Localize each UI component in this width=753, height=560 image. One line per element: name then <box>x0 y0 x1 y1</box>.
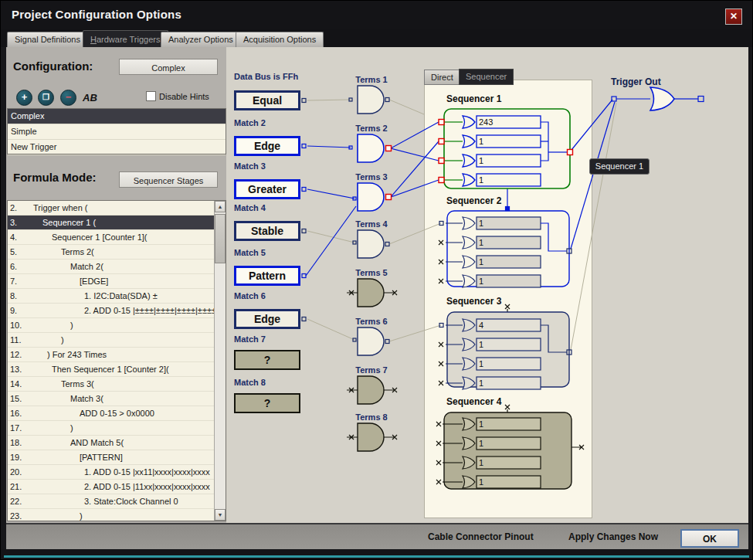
tab-hardware-triggers[interactable]: Hardware Triggers <box>83 30 168 48</box>
disable-hints-checkbox[interactable] <box>146 91 156 101</box>
formula-row[interactable]: 12.) For 243 Times <box>8 348 226 362</box>
formula-scrollbar[interactable]: ▲ ▼ <box>214 201 226 521</box>
apply-changes-button[interactable]: Apply Changes Now <box>568 531 658 542</box>
formula-row[interactable]: 6.Match 2( <box>8 260 226 274</box>
svg-text:1: 1 <box>479 156 483 165</box>
match-5-button[interactable]: Pattern <box>234 266 300 286</box>
cable-connector-pinout-button[interactable]: Cable Connector Pinout <box>428 531 534 542</box>
window-bottom-frame <box>1 549 752 560</box>
match-3-button[interactable]: Greater <box>234 179 300 199</box>
tab-sequencer[interactable]: Sequencer <box>459 69 514 85</box>
terms-3-label: Terms 3 <box>342 172 401 182</box>
add-configuration-icon[interactable]: + <box>16 90 32 106</box>
list-item-simple[interactable]: Simple <box>8 124 226 140</box>
rename-configuration-icon[interactable]: AB <box>83 92 97 104</box>
configuration-panel: Configuration: Complex + ❐ − AB Disable … <box>6 47 226 523</box>
tab-direct[interactable]: Direct <box>424 70 460 85</box>
terms-7-label: Terms 7 <box>342 365 401 375</box>
scroll-thumb[interactable] <box>215 214 226 263</box>
match-3-label: Match 3 <box>234 161 266 171</box>
sequencer-3-title: Sequencer 3 <box>446 296 501 307</box>
terms-8-and-gate <box>358 423 384 451</box>
close-icon[interactable]: ✕ <box>725 8 742 25</box>
match-8-button[interactable]: ? <box>234 393 300 413</box>
list-item-complex[interactable]: Complex <box>8 109 226 124</box>
terms-4-label: Terms 4 <box>342 219 401 229</box>
scroll-down-icon[interactable]: ▼ <box>215 509 226 521</box>
sequencer-4-title: Sequencer 4 <box>446 396 501 407</box>
formula-row[interactable]: 8.1. I2C:Data(SDA) ± <box>8 289 226 304</box>
formula-row[interactable]: 18.AND Match 5( <box>8 436 226 450</box>
trigger-out-or-gate[interactable] <box>650 87 674 110</box>
match-2-label: Match 2 <box>234 118 266 127</box>
svg-text:243: 243 <box>479 117 493 127</box>
trigger-out-label: Trigger Out <box>611 76 661 87</box>
formula-row[interactable]: 2.Trigger when ( <box>8 201 226 216</box>
configuration-preset-button[interactable]: Complex <box>119 59 218 75</box>
match-2-button[interactable]: Edge <box>234 136 300 156</box>
tab-signal-definitions[interactable]: Signal Definitions <box>7 32 88 47</box>
tab-acquisition-options[interactable]: Acquisition Options <box>236 32 324 47</box>
formula-row[interactable]: 16.ADD 0-15 > 0x0000 <box>8 406 226 421</box>
formula-row[interactable]: 5.Terms 2( <box>8 245 226 260</box>
configuration-list: Complex Simple New Trigger <box>7 108 226 154</box>
match-4-button[interactable]: Stable <box>234 221 300 241</box>
window-edge-accent <box>4 555 749 558</box>
terms-3-and-gate <box>358 183 384 211</box>
terms-2-and-gate <box>358 134 384 162</box>
formula-row[interactable]: 11.) <box>8 333 226 348</box>
match-6-button[interactable]: Edge <box>234 309 300 329</box>
svg-text:1: 1 <box>479 238 483 247</box>
terms-5-and-gate <box>358 279 384 307</box>
list-item-new-trigger[interactable]: New Trigger <box>8 140 226 155</box>
ok-button[interactable]: OK <box>680 529 739 548</box>
formula-row[interactable]: 20.1. ADD 0-15 |xx11|xxxx|xxxx|xxxx <box>8 465 226 480</box>
terms-7-and-gate <box>358 376 384 404</box>
copy-configuration-icon[interactable]: ❐ <box>38 90 54 106</box>
sequencer-2-title: Sequencer 2 <box>446 195 501 206</box>
formula-row[interactable]: 13.Then Sequencer 1 [Counter 2]( <box>8 362 226 377</box>
terms-8-label: Terms 8 <box>342 412 401 422</box>
formula-mode-heading: Formula Mode: <box>13 171 97 184</box>
formula-row[interactable]: 21.2. ADD 0-15 |11xx|xxxx|xxxx|xxxx <box>8 480 226 494</box>
formula-row[interactable]: 4.Sequencer 1 [Counter 1]( <box>8 230 226 245</box>
formula-mode-button[interactable]: Sequencer Stages <box>119 171 218 188</box>
sequencer-1-box[interactable]: 243 1 1 1 <box>444 109 570 188</box>
footer-bar: Cable Connector Pinout Apply Changes Now… <box>6 523 748 551</box>
terms-6-and-gate <box>358 328 384 355</box>
match-4-label: Match 4 <box>234 203 266 212</box>
tab-analyzer-options[interactable]: Analyzer Options <box>161 32 241 47</box>
formula-row-selected[interactable]: 3.Sequencer 1 ( <box>8 216 226 230</box>
sequencer-2-box[interactable]: 1 1 1 1 <box>439 211 569 287</box>
sequencer-1-title: Sequencer 1 <box>446 93 501 104</box>
configuration-heading: Configuration: <box>13 59 93 73</box>
formula-row[interactable]: 9.2. ADD 0-15 |±±±±|±±±±|±±±±|±±±± <box>8 304 226 318</box>
formula-row[interactable]: 7.[EDGE] <box>8 274 226 289</box>
terms-4-and-gate <box>358 230 384 258</box>
svg-text:1: 1 <box>479 175 483 185</box>
formula-row[interactable]: 14.Terms 3( <box>8 377 226 392</box>
match-8-label: Match 8 <box>234 378 266 387</box>
scroll-up-icon[interactable]: ▲ <box>215 201 226 212</box>
sequencer-tooltip: Sequencer 1 <box>589 158 650 175</box>
sequencer-4-box[interactable]: 1 1 1 1 <box>436 412 584 489</box>
svg-text:1: 1 <box>479 219 483 228</box>
remove-configuration-icon[interactable]: − <box>60 90 76 106</box>
svg-text:4: 4 <box>479 321 483 330</box>
match-1-button[interactable]: Equal <box>234 90 300 110</box>
title-bar: Project Configuration Options ✕ <box>1 1 752 29</box>
svg-text:1: 1 <box>479 340 483 349</box>
formula-row[interactable]: 10.) <box>8 318 226 333</box>
formula-row[interactable]: 15.Match 3( <box>8 392 226 406</box>
formula-row[interactable]: 19.[PATTERN] <box>8 450 226 465</box>
terms-6-label: Terms 6 <box>342 317 401 326</box>
trigger-diagram: 243 1 1 1 1 1 1 1 <box>226 47 748 523</box>
formula-row[interactable]: 17.) <box>8 421 226 436</box>
formula-row[interactable]: 22.3. State:Clock Channel 0 <box>8 494 226 509</box>
project-configuration-dialog: Project Configuration Options ✕ Signal D… <box>0 0 753 560</box>
svg-text:1: 1 <box>479 257 483 266</box>
formula-row[interactable]: 23.) <box>8 509 226 524</box>
match-7-button[interactable]: ? <box>234 350 300 370</box>
svg-text:1: 1 <box>479 458 483 467</box>
sequencer-3-box[interactable]: 4 1 1 1 <box>439 312 569 389</box>
